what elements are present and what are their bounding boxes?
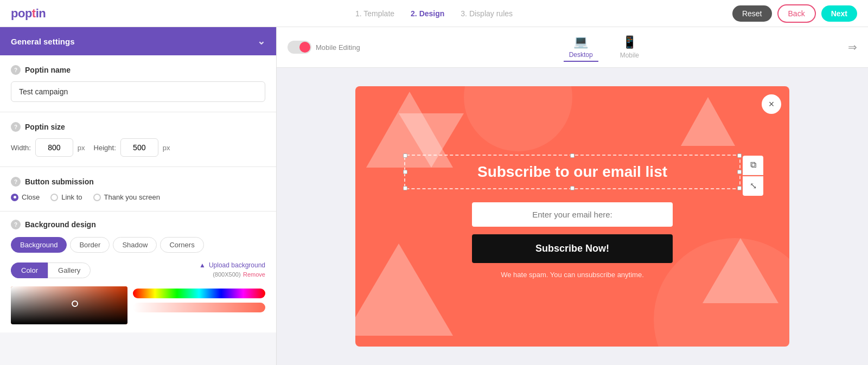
panel-header-title: General settings — [11, 37, 75, 46]
desktop-label: Desktop — [569, 51, 593, 59]
radio-thank-label: Thank you screen — [104, 193, 160, 201]
steps: 1. Template 2. Design 3. Display rules — [355, 9, 513, 18]
tab-corners[interactable]: Corners — [160, 237, 203, 253]
poptin-name-input[interactable] — [11, 81, 265, 102]
help-icon-btn: ? — [11, 177, 21, 187]
spam-text: We hate spam. You can unsubscribe anytim… — [501, 271, 644, 279]
tab-border[interactable]: Border — [70, 237, 110, 253]
title-box-actions: ⧉ ⤡ — [743, 156, 763, 196]
height-group: Height: px — [94, 138, 170, 157]
preview-toolbar: Mobile Editing 💻 Desktop 📱 Mobile ⇗ — [277, 27, 868, 68]
expand-button[interactable]: ⇗ — [845, 40, 860, 55]
handle-tr — [737, 153, 742, 158]
popup-close-button[interactable]: × — [762, 94, 781, 114]
color-gradient[interactable] — [11, 286, 127, 324]
next-button[interactable]: Next — [821, 5, 857, 22]
color-button[interactable]: Color — [11, 262, 48, 278]
background-design-section: ? Background design Background Border Sh… — [0, 212, 276, 332]
gallery-button[interactable]: Gallery — [48, 262, 91, 278]
resize-icon[interactable]: ⤡ — [743, 176, 763, 196]
handle-br — [737, 186, 742, 190]
toggle-knob — [299, 42, 310, 53]
width-unit: px — [78, 144, 85, 152]
radio-group: Close Link to Thank you screen — [11, 193, 265, 201]
mobile-editing-group: Mobile Editing — [288, 41, 360, 54]
radio-close-label: Close — [22, 193, 40, 201]
bg-tab-row: Background Border Shadow Corners — [11, 237, 265, 253]
back-button[interactable]: Back — [777, 4, 816, 23]
width-group: Width: px — [11, 138, 85, 157]
subscribe-button-preview[interactable]: Subscribe Now! — [472, 234, 673, 263]
radio-dot-close — [11, 194, 18, 201]
mobile-icon: 📱 — [622, 35, 637, 49]
popup-title-box[interactable]: Subscribe to our email list ⧉ ⤡ — [404, 155, 741, 189]
handle-bm — [570, 186, 575, 190]
opacity-slider[interactable] — [133, 303, 265, 312]
button-submission-section: ? Button submission Close Link to Thank … — [0, 167, 276, 212]
main-layout: General settings ⌄ ? Poptin name ? Popti… — [0, 27, 868, 365]
tab-desktop[interactable]: 💻 Desktop — [564, 33, 598, 62]
upload-label: Upload background — [209, 261, 265, 269]
help-icon-size: ? — [11, 122, 21, 132]
handle-mr — [737, 170, 742, 174]
remove-link[interactable]: Remove — [243, 271, 265, 278]
height-label: Height: — [94, 144, 116, 152]
radio-close[interactable]: Close — [11, 193, 40, 201]
tab-shadow[interactable]: Shadow — [113, 237, 157, 253]
radio-thank-you[interactable]: Thank you screen — [93, 193, 160, 201]
color-picker-area — [11, 286, 265, 324]
logo: poptin — [11, 7, 46, 21]
button-submission-title: ? Button submission — [11, 177, 265, 187]
height-input[interactable] — [120, 138, 158, 157]
panel-header: General settings ⌄ — [0, 27, 276, 55]
preview-area: × Subscribe to our email list — [277, 68, 868, 365]
top-nav: poptin 1. Template 2. Design 3. Display … — [0, 0, 868, 27]
radio-link-label: Link to — [61, 193, 82, 201]
bg-design-label: Background design — [25, 220, 96, 229]
radio-dot-thank — [93, 194, 101, 201]
nav-buttons: Reset Back Next — [732, 4, 857, 23]
button-submission-label: Button submission — [25, 177, 94, 186]
popup-content: Subscribe to our email list ⧉ ⤡ Subscrib… — [355, 144, 789, 290]
step-3: 3. Display rules — [461, 9, 513, 18]
tab-background[interactable]: Background — [11, 237, 67, 253]
logo-text: poptin — [11, 7, 46, 21]
mobile-label: Mobile — [620, 52, 639, 59]
poptin-name-title-row: ? Poptin name — [11, 65, 265, 75]
handle-tl — [403, 153, 407, 158]
upload-section: ▲ Upload background (800X500) Remove — [199, 261, 265, 279]
help-icon-bg: ? — [11, 220, 21, 229]
copy-icon[interactable]: ⧉ — [743, 156, 763, 175]
handle-bl — [403, 186, 407, 190]
gradient-handle[interactable] — [72, 300, 78, 307]
height-unit: px — [163, 144, 170, 152]
poptin-name-section: ? Poptin name — [0, 55, 276, 112]
email-input-preview[interactable] — [472, 202, 673, 227]
device-tabs: 💻 Desktop 📱 Mobile — [564, 33, 644, 62]
hue-slider[interactable] — [133, 289, 265, 298]
upload-size-text: (800X500) — [213, 271, 240, 278]
popup-container: × Subscribe to our email list — [355, 86, 789, 347]
radio-link[interactable]: Link to — [50, 193, 82, 201]
chevron-down-icon: ⌄ — [257, 35, 265, 47]
color-spectrum — [133, 286, 265, 324]
width-label: Width: — [11, 144, 31, 152]
upload-size-info: (800X500) Remove — [199, 269, 265, 279]
mobile-editing-toggle[interactable] — [288, 41, 311, 54]
upload-button[interactable]: ▲ Upload background — [199, 261, 265, 269]
tab-mobile[interactable]: 📱 Mobile — [615, 33, 644, 61]
color-gallery-btns: Color Gallery — [11, 262, 91, 278]
decorative-triangle-5 — [681, 97, 735, 146]
popup-title-text: Subscribe to our email list — [477, 163, 667, 181]
step-2: 2. Design — [411, 9, 444, 18]
radio-dot-link — [50, 194, 58, 201]
left-panel: General settings ⌄ ? Poptin name ? Popti… — [0, 27, 277, 365]
color-gallery-row: Color Gallery ▲ Upload background (800X5… — [11, 261, 265, 279]
spectrum-bar-wrapper — [133, 289, 265, 298]
right-panel: Mobile Editing 💻 Desktop 📱 Mobile ⇗ — [277, 27, 868, 365]
width-input[interactable] — [35, 138, 73, 157]
reset-button[interactable]: Reset — [732, 5, 772, 22]
bg-design-title: ? Background design — [11, 220, 265, 229]
poptin-size-label: Poptin size — [25, 123, 65, 131]
handle-ml — [403, 170, 407, 174]
